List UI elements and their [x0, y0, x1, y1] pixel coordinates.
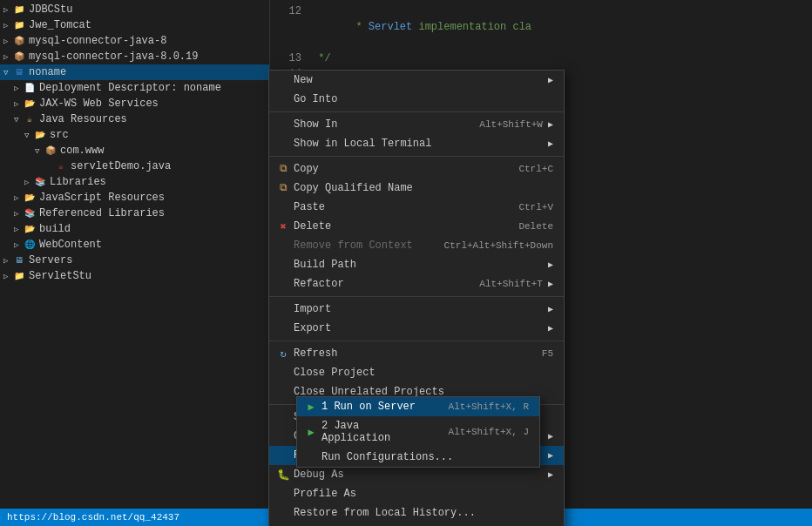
submenu-run-on-server[interactable]: ▶ 1 Run on Server Alt+Shift+X, R [297, 397, 539, 416]
menu-refactor-arrow: ▶ [548, 279, 553, 289]
copy-qualified-icon: ⧉ [276, 181, 290, 195]
menu-export-arrow: ▶ [548, 323, 553, 334]
menu-coverage-as-arrow: ▶ [548, 431, 553, 442]
menu-paste[interactable]: Paste Ctrl+V [269, 198, 564, 217]
icon-webcontent: 🌐 [23, 238, 37, 252]
run-as-submenu: ▶ 1 Run on Server Alt+Shift+X, R ▶ 2 Jav… [296, 396, 540, 468]
menu-import[interactable]: Import ▶ [269, 300, 564, 319]
menu-copy[interactable]: ⧉ Copy Ctrl+C [269, 159, 564, 179]
label-servers: Servers [29, 254, 72, 266]
arrow-mysql-819: ▷ [3, 52, 12, 62]
menu-export[interactable]: Export ▶ [269, 319, 564, 338]
menu-remove-context-shortcut: Ctrl+Alt+Shift+Down [444, 240, 553, 251]
code-content-12: * Servlet implementation cla [312, 3, 531, 51]
status-text: https://blog.csdn.net/qq_42437 [7, 512, 179, 523]
label-java-resources: Java Resources [39, 113, 127, 125]
menu-show-local-arrow: ▶ [548, 138, 553, 149]
code-line-13: 13 */ [270, 51, 812, 66]
menu-delete[interactable]: ✖ Delete Delete [269, 217, 564, 236]
copy-icon: ⧉ [276, 162, 290, 176]
tree-item-servers[interactable]: ▷ 🖥 Servers [0, 253, 269, 268]
menu-profile-as-label: Profile As [294, 488, 553, 500]
tree-item-noname[interactable]: ▽ 🖥 noname [0, 64, 269, 80]
menu-refactor[interactable]: Refactor Alt+Shift+T ▶ [269, 274, 564, 293]
icon-noname: 🖥 [12, 65, 26, 79]
label-jdbcstu: JDBCStu [29, 3, 72, 16]
arrow-js-resources: ▷ [14, 193, 23, 203]
menu-paste-shortcut: Ctrl+V [518, 202, 553, 212]
tree-item-jwe-tomcat[interactable]: ▷ 📁 Jwe_Tomcat [0, 17, 269, 33]
tree-item-ref-libraries[interactable]: ▷ 📚 Referenced Libraries [0, 206, 269, 221]
icon-mysql-819: 📦 [12, 50, 26, 64]
separator-2 [269, 156, 564, 157]
submenu-java-application-shortcut: Alt+Shift+X, J [449, 427, 529, 437]
menu-copy-qualified-label: Copy Qualified Name [294, 182, 553, 194]
tree-item-deployment[interactable]: ▷ 📄 Deployment Descriptor: noname [0, 80, 269, 96]
java-app-icon: ▶ [304, 425, 318, 439]
tree-item-src[interactable]: ▽ 📂 src [0, 127, 269, 143]
submenu-run-configs[interactable]: Run Configurations... [297, 448, 539, 467]
menu-restore-history-label: Restore from Local History... [294, 507, 553, 519]
icon-jdbcstu: 📁 [12, 3, 26, 17]
menu-refresh-label: Refresh [294, 347, 524, 360]
tree-item-mysql-819[interactable]: ▷ 📦 mysql-connector-java-8.0.19 [0, 49, 269, 64]
tree-item-java-resources[interactable]: ▽ ☕ Java Resources [0, 111, 269, 127]
menu-remove-context-label: Remove from Context [294, 239, 427, 252]
menu-remove-context[interactable]: Remove from Context Ctrl+Alt+Shift+Down [269, 236, 564, 255]
menu-go-into[interactable]: Go Into [269, 90, 564, 109]
icon-jwe-tomcat: 📁 [12, 18, 26, 32]
tree-item-servletstu[interactable]: ▷ 📁 ServletStu [0, 268, 269, 284]
submenu-java-application[interactable]: ▶ 2 Java Application Alt+Shift+X, J [297, 416, 539, 448]
menu-build-path[interactable]: Build Path ▶ [269, 255, 564, 274]
icon-servletdemo: ☕ [54, 159, 68, 173]
label-noname: noname [29, 66, 66, 78]
menu-show-in[interactable]: Show In Alt+Shift+W ▶ [269, 115, 564, 134]
menu-debug-as[interactable]: 🐛 Debug As ▶ [269, 465, 564, 484]
menu-refactor-label: Refactor [294, 278, 462, 290]
tree-item-build[interactable]: ▷ 📂 build [0, 221, 269, 237]
tree-item-com-www[interactable]: ▽ 📦 com.www [0, 143, 269, 158]
menu-show-local[interactable]: Show in Local Terminal ▶ [269, 134, 564, 153]
menu-java-ee-tools[interactable]: Java EE Tools ▶ [269, 523, 564, 526]
menu-close-project[interactable]: Close Project [269, 363, 564, 382]
label-libraries: Libraries [50, 176, 106, 188]
icon-mysql-8: 📦 [12, 34, 26, 48]
menu-copy-qualified[interactable]: ⧉ Copy Qualified Name [269, 179, 564, 198]
label-mysql-819: mysql-connector-java-8.0.19 [29, 51, 198, 63]
arrow-com-www: ▽ [35, 146, 44, 156]
menu-delete-shortcut: Delete [518, 221, 553, 232]
tree-item-webcontent[interactable]: ▷ 🌐 WebContent [0, 237, 269, 253]
label-jwe-tomcat: Jwe_Tomcat [29, 19, 91, 31]
tree-item-libraries[interactable]: ▷ 📚 Libraries [0, 174, 269, 190]
menu-copy-shortcut: Ctrl+C [518, 164, 553, 174]
menu-show-in-shortcut: Alt+Shift+W [479, 119, 543, 130]
label-servletdemo: servletDemo.java [71, 160, 171, 172]
label-webcontent: WebContent [39, 239, 102, 251]
arrow-jwe-tomcat: ▷ [3, 21, 12, 30]
submenu-java-application-label: 2 Java Application [321, 420, 431, 444]
label-src: src [50, 129, 69, 141]
tree-item-mysql-8[interactable]: ▷ 📦 mysql-connector-java-8 [0, 33, 269, 49]
label-ref-libraries: Referenced Libraries [39, 207, 165, 219]
code-content-13: */ [312, 51, 331, 66]
tree-item-js-resources[interactable]: ▷ 📂 JavaScript Resources [0, 190, 269, 206]
icon-build: 📂 [23, 222, 37, 236]
tree-item-servletdemo[interactable]: ☕ servletDemo.java [0, 158, 269, 174]
arrow-build: ▷ [14, 225, 23, 234]
menu-build-path-arrow: ▶ [548, 260, 553, 270]
label-mysql-8: mysql-connector-java-8 [29, 35, 166, 47]
menu-refresh-shortcut: F5 [542, 348, 553, 359]
label-jax-ws: JAX-WS Web Services [39, 98, 159, 110]
debug-icon: 🐛 [276, 468, 290, 482]
menu-restore-history[interactable]: Restore from Local History... [269, 503, 564, 523]
icon-jax-ws: 📂 [23, 97, 37, 111]
menu-profile-as[interactable]: Profile As [269, 484, 564, 503]
tree-item-jdbcstu[interactable]: ▷ 📁 JDBCStu [0, 2, 269, 17]
icon-com-www: 📦 [44, 144, 58, 158]
menu-new[interactable]: New ▶ [269, 71, 564, 90]
separator-4 [269, 341, 564, 341]
menu-go-into-label: Go Into [294, 93, 553, 105]
submenu-run-on-server-shortcut: Alt+Shift+X, R [449, 401, 529, 412]
tree-item-jax-ws[interactable]: ▷ 📂 JAX-WS Web Services [0, 96, 269, 111]
menu-refresh[interactable]: ↻ Refresh F5 [269, 344, 564, 363]
